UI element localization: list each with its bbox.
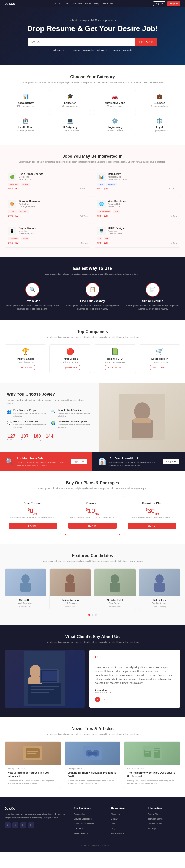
job-card-3[interactable]: 🌐 Web Developer Amazon LLC. Seattle, USA… [94,196,180,220]
svg-rect-26 [27,754,34,755]
footer-browse-jobs[interactable]: Browse Jobs [74,813,86,815]
news-card-0[interactable]: Admin | 12 Jan 2023 How to Introduce You… [5,741,61,788]
testimonial-next[interactable]: › [102,696,107,702]
footer-job-alerts[interactable]: Job Alerts [74,828,83,830]
company-btn-1[interactable]: Open Position [61,365,80,370]
footer-faq[interactable]: FAQ [111,828,115,830]
find-job-button[interactable]: FIND A JOB [135,38,157,45]
dot-2[interactable] [95,614,97,616]
candidates-nav [5,614,180,616]
quote-mark: " [95,655,175,663]
automotive-count: 75 open positions [97,105,133,107]
plan-desc-2: Lorem ipsum dolor sit amet consectetur a… [128,516,177,519]
tag-health[interactable]: Health Care [96,49,107,52]
svg-rect-14 [31,685,59,687]
linkedin-icon[interactable]: in [20,823,26,828]
nav-link-blog[interactable]: Blog [94,2,99,5]
nav-link-jobs[interactable]: Jobs [64,2,69,5]
footer-quick-heading: Quick Links [111,807,143,809]
category-card-legal[interactable]: ⚖️ Legal 27 open positions [139,114,180,135]
education-icon: 🎓 [52,94,88,100]
footer-candidate-dashboard[interactable]: Candidate Dashboard [74,823,94,825]
company-type-1: Design & Creative [52,361,88,363]
svg-rect-7 [65,583,75,592]
svg-point-10 [155,575,164,584]
plan-btn-1[interactable]: SIGN UP [69,523,117,529]
dot-0[interactable] [88,614,90,616]
job-card-0[interactable]: 🟢 Push Room Operate Google Inc. New York… [5,169,91,193]
category-card-business[interactable]: 💼 Business 91 open positions [139,90,180,111]
dot-1[interactable] [91,614,94,616]
footer-bottom: © 2023 Jov.Co. All Rights Reserved. [5,841,180,847]
category-card-healthcare[interactable]: 🏥 Health Care 62 open positions [5,114,46,135]
footer-sitemap[interactable]: Sitemap [148,828,156,830]
footer-privacy[interactable]: Privacy Policy [111,832,124,835]
footer-terms[interactable]: Terms of Service [148,818,163,820]
footer-support[interactable]: Support Center [148,823,162,825]
nav-link-contact[interactable]: Contact Us [102,2,113,5]
nav-link-pages[interactable]: Pages [85,2,91,5]
footer-contact[interactable]: Contact [111,818,118,820]
candidate-card-3[interactable]: Milraj Alex Graphic Designer Berlin, Ger… [139,568,181,610]
category-card-education[interactable]: 🎓 Education 48 open positions [49,90,91,111]
tag-automotive[interactable]: Automotive [83,49,94,52]
facebook-icon[interactable]: f [5,823,11,828]
news-excerpt-0: Lorem ipsum dolor sit amet consectetur a… [8,779,58,785]
company-btn-0[interactable]: Open Position [16,365,35,370]
news-card-1[interactable]: Admin | 15 Jan 2023 Looking for Highly M… [65,741,121,788]
testimonial-inner: " Lorem dolor sit amet consectetur adipi… [5,650,180,708]
plan-btn-0[interactable]: SIGN UP [8,523,57,529]
cta-right-btn[interactable]: Apply Now [163,459,180,464]
step-desc-2: Lorem ipsum dolor sit amet consectetur a… [125,304,180,311]
company-logo-0: 🏆 [7,348,44,355]
nav-link-about[interactable]: About [55,2,61,5]
tag-accountancy[interactable]: Accountancy [70,49,82,52]
footer-browse-categories[interactable]: Browse Categories [74,818,91,820]
tag-engineering[interactable]: Engineering [122,49,133,52]
candidate-card-0[interactable]: Milraj Alex Web Developer New York, USA [5,568,46,610]
cta-right: 👔 Are You Recruiting? Lorem ipsum dolor … [92,452,185,471]
twitter-icon[interactable]: t [12,823,18,828]
job-card-1[interactable]: 📊 Data Entry Microsoft Corp. San Francis… [94,169,180,193]
company-btn-2[interactable]: Open Position [105,365,124,370]
company-card-3: 🛒 Louis Hopper E-Commerce Store Open Pos… [139,344,181,373]
signin-button[interactable]: Sign In [153,1,165,6]
it-count: 118 open positions [52,129,88,131]
footer-pricing[interactable]: Pricing Plans [148,813,160,815]
news-img-1 [65,742,120,765]
footer-about[interactable]: About Us [111,813,119,815]
feat-desc-0: Lorem ipsum dolor sit amet consectetur a… [13,412,48,417]
instagram-icon[interactable]: ig [28,823,34,828]
testimonial-prev[interactable]: ‹ [95,696,100,702]
job-title-1: Data Entry [108,173,127,175]
category-card-engineering[interactable]: ⚙️ Engineering 84 open positions [94,114,136,135]
candidate-name-3: Milraj Alex [142,599,178,601]
job-tag-1-1: Analytics [106,183,116,186]
footer-blog[interactable]: Blog [111,823,115,825]
register-button[interactable]: Register [167,1,180,6]
svg-rect-37 [154,751,158,752]
candidate-card-2[interactable]: Malisha Patel Data Analyst Mumbai, India [94,568,136,610]
tag-it[interactable]: IT & Agency [109,49,120,52]
nav-link-candidate[interactable]: Candidate [72,2,82,5]
candidate-name-2: Malisha Patel [97,599,133,601]
news-img-2 [124,742,180,765]
company-btn-3[interactable]: Open Position [150,365,169,370]
job-card-4[interactable]: 📱 Digital Marketer Meta Inc. Menlo Park,… [5,223,91,248]
job-card-2[interactable]: 🎨 Graphic Designer Adobe Inc. Los Angele… [5,196,91,220]
footer-bookmarks[interactable]: My Bookmarks [74,832,88,835]
business-icon: 💼 [141,94,178,100]
cta-left-btn[interactable]: Apply Now [71,459,87,464]
search-input[interactable] [28,38,135,45]
plan-btn-2[interactable]: SIGN UP [128,523,177,529]
candidate-loc-1: London, UK [52,606,88,608]
news-card-2[interactable]: Admin | 20 Jan 2023 The Reason Why Softw… [124,741,180,788]
why-subtitle: Lorem ipsum dolor sit amet consectetur a… [7,399,92,405]
category-card-accountancy[interactable]: 📊 Accountancy 132 open positions [5,90,46,111]
job-salary-5: $70k - $90k [97,242,108,244]
candidate-card-1[interactable]: Falica Kareem UI/UX Designer London, UK [49,568,91,610]
category-card-automotive[interactable]: 🚗 Automotive Jobs 75 open positions [94,90,136,111]
job-card-5[interactable]: 🖥️ UI/UX Designer Apple Inc. Cupertino, … [94,223,180,248]
category-card-it[interactable]: 💻 IT & Agency 118 open positions [49,114,91,135]
engineering-icon: ⚙️ [97,118,133,124]
